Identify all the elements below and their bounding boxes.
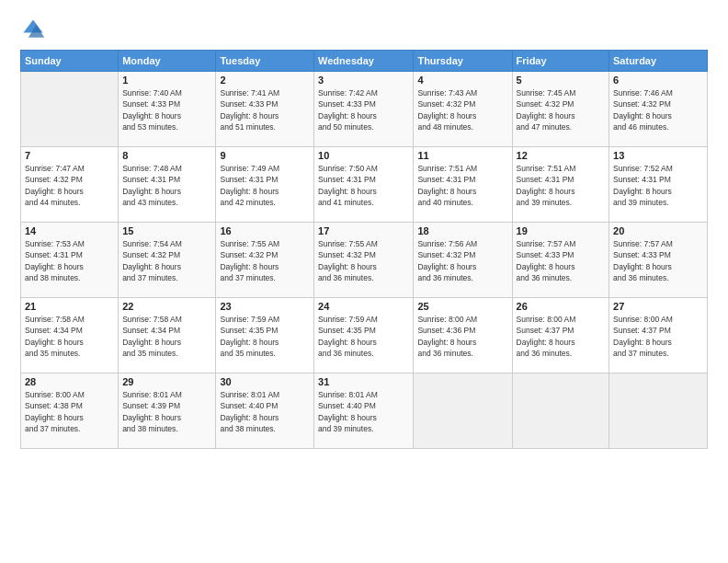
day-number: 11 bbox=[417, 150, 507, 161]
day-info: Sunrise: 7:48 AMSunset: 4:31 PMDaylight:… bbox=[122, 163, 211, 208]
weekday-header-thursday: Thursday bbox=[414, 51, 512, 72]
calendar-cell: 7Sunrise: 7:47 AMSunset: 4:32 PMDaylight… bbox=[21, 147, 119, 223]
weekday-header-tuesday: Tuesday bbox=[216, 51, 314, 72]
day-info: Sunrise: 7:57 AMSunset: 4:33 PMDaylight:… bbox=[517, 238, 605, 283]
calendar-cell bbox=[414, 373, 512, 449]
day-number: 15 bbox=[122, 225, 211, 236]
day-number: 26 bbox=[517, 301, 605, 312]
calendar-cell: 30Sunrise: 8:01 AMSunset: 4:40 PMDayligh… bbox=[216, 373, 314, 449]
day-number: 29 bbox=[122, 376, 211, 387]
day-number: 24 bbox=[318, 301, 409, 312]
weekday-header-row: SundayMondayTuesdayWednesdayThursdayFrid… bbox=[21, 51, 708, 72]
day-info: Sunrise: 7:42 AMSunset: 4:33 PMDaylight:… bbox=[318, 87, 409, 132]
day-number: 14 bbox=[25, 225, 114, 236]
day-info: Sunrise: 8:00 AMSunset: 4:38 PMDaylight:… bbox=[25, 389, 114, 434]
day-number: 12 bbox=[517, 150, 605, 161]
day-number: 6 bbox=[613, 75, 703, 86]
calendar-week-row: 14Sunrise: 7:53 AMSunset: 4:31 PMDayligh… bbox=[21, 223, 708, 298]
day-number: 4 bbox=[417, 75, 507, 86]
day-number: 19 bbox=[517, 225, 605, 236]
day-number: 31 bbox=[318, 376, 409, 387]
weekday-header-monday: Monday bbox=[119, 51, 216, 72]
day-info: Sunrise: 8:01 AMSunset: 4:40 PMDaylight:… bbox=[220, 389, 310, 434]
day-info: Sunrise: 7:59 AMSunset: 4:35 PMDaylight:… bbox=[318, 314, 409, 359]
day-number: 20 bbox=[613, 225, 703, 236]
calendar-cell: 2Sunrise: 7:41 AMSunset: 4:33 PMDaylight… bbox=[216, 72, 314, 147]
calendar-cell: 14Sunrise: 7:53 AMSunset: 4:31 PMDayligh… bbox=[21, 223, 119, 298]
day-number: 8 bbox=[122, 150, 211, 161]
day-info: Sunrise: 7:50 AMSunset: 4:31 PMDaylight:… bbox=[318, 163, 409, 208]
logo bbox=[20, 17, 50, 42]
calendar-cell: 1Sunrise: 7:40 AMSunset: 4:33 PMDaylight… bbox=[119, 72, 216, 147]
day-number: 28 bbox=[25, 376, 114, 387]
calendar-cell: 15Sunrise: 7:54 AMSunset: 4:32 PMDayligh… bbox=[119, 223, 216, 298]
calendar-cell: 19Sunrise: 7:57 AMSunset: 4:33 PMDayligh… bbox=[512, 223, 609, 298]
calendar-week-row: 21Sunrise: 7:58 AMSunset: 4:34 PMDayligh… bbox=[21, 298, 708, 373]
calendar-cell: 6Sunrise: 7:46 AMSunset: 4:32 PMDaylight… bbox=[609, 72, 708, 147]
day-info: Sunrise: 7:47 AMSunset: 4:32 PMDaylight:… bbox=[25, 163, 114, 208]
day-number: 10 bbox=[318, 150, 409, 161]
day-number: 30 bbox=[220, 376, 310, 387]
calendar-cell: 16Sunrise: 7:55 AMSunset: 4:32 PMDayligh… bbox=[216, 223, 314, 298]
day-number: 27 bbox=[613, 301, 703, 312]
day-info: Sunrise: 7:56 AMSunset: 4:32 PMDaylight:… bbox=[417, 238, 507, 283]
calendar-cell: 10Sunrise: 7:50 AMSunset: 4:31 PMDayligh… bbox=[314, 147, 414, 223]
day-info: Sunrise: 8:00 AMSunset: 4:37 PMDaylight:… bbox=[613, 314, 703, 359]
day-number: 23 bbox=[220, 301, 310, 312]
calendar-cell: 26Sunrise: 8:00 AMSunset: 4:37 PMDayligh… bbox=[512, 298, 609, 373]
day-info: Sunrise: 7:52 AMSunset: 4:31 PMDaylight:… bbox=[613, 163, 703, 208]
calendar-cell bbox=[609, 373, 708, 449]
calendar-cell: 8Sunrise: 7:48 AMSunset: 4:31 PMDaylight… bbox=[119, 147, 216, 223]
calendar-cell: 9Sunrise: 7:49 AMSunset: 4:31 PMDaylight… bbox=[216, 147, 314, 223]
calendar-cell: 13Sunrise: 7:52 AMSunset: 4:31 PMDayligh… bbox=[609, 147, 708, 223]
calendar-cell: 23Sunrise: 7:59 AMSunset: 4:35 PMDayligh… bbox=[216, 298, 314, 373]
day-info: Sunrise: 7:55 AMSunset: 4:32 PMDaylight:… bbox=[220, 238, 310, 283]
calendar-body: 1Sunrise: 7:40 AMSunset: 4:33 PMDaylight… bbox=[21, 72, 708, 449]
day-info: Sunrise: 7:41 AMSunset: 4:33 PMDaylight:… bbox=[220, 87, 310, 132]
calendar-cell: 24Sunrise: 7:59 AMSunset: 4:35 PMDayligh… bbox=[314, 298, 414, 373]
day-number: 17 bbox=[318, 225, 409, 236]
calendar-cell: 3Sunrise: 7:42 AMSunset: 4:33 PMDaylight… bbox=[314, 72, 414, 147]
weekday-header-saturday: Saturday bbox=[609, 51, 708, 72]
calendar-cell bbox=[512, 373, 609, 449]
day-number: 9 bbox=[220, 150, 310, 161]
day-number: 3 bbox=[318, 75, 409, 86]
day-number: 22 bbox=[122, 301, 211, 312]
calendar-week-row: 1Sunrise: 7:40 AMSunset: 4:33 PMDaylight… bbox=[21, 72, 708, 147]
calendar-cell: 31Sunrise: 8:01 AMSunset: 4:40 PMDayligh… bbox=[314, 373, 414, 449]
calendar-cell: 17Sunrise: 7:55 AMSunset: 4:32 PMDayligh… bbox=[314, 223, 414, 298]
day-number: 16 bbox=[220, 225, 310, 236]
day-number: 21 bbox=[25, 301, 114, 312]
header bbox=[20, 17, 708, 42]
day-info: Sunrise: 8:01 AMSunset: 4:39 PMDaylight:… bbox=[122, 389, 211, 434]
weekday-header-wednesday: Wednesday bbox=[314, 51, 414, 72]
calendar-cell: 20Sunrise: 7:57 AMSunset: 4:33 PMDayligh… bbox=[609, 223, 708, 298]
calendar-table: SundayMondayTuesdayWednesdayThursdayFrid… bbox=[20, 50, 708, 449]
day-number: 1 bbox=[122, 75, 211, 86]
day-number: 25 bbox=[417, 301, 507, 312]
day-number: 18 bbox=[417, 225, 507, 236]
day-info: Sunrise: 7:40 AMSunset: 4:33 PMDaylight:… bbox=[122, 87, 211, 132]
calendar-week-row: 7Sunrise: 7:47 AMSunset: 4:32 PMDaylight… bbox=[21, 147, 708, 223]
calendar-cell: 28Sunrise: 8:00 AMSunset: 4:38 PMDayligh… bbox=[21, 373, 119, 449]
page: SundayMondayTuesdayWednesdayThursdayFrid… bbox=[0, 0, 728, 563]
calendar-cell: 18Sunrise: 7:56 AMSunset: 4:32 PMDayligh… bbox=[414, 223, 512, 298]
day-info: Sunrise: 7:58 AMSunset: 4:34 PMDaylight:… bbox=[25, 314, 114, 359]
day-info: Sunrise: 8:00 AMSunset: 4:36 PMDaylight:… bbox=[417, 314, 507, 359]
day-info: Sunrise: 7:51 AMSunset: 4:31 PMDaylight:… bbox=[517, 163, 605, 208]
day-number: 2 bbox=[220, 75, 310, 86]
day-info: Sunrise: 7:51 AMSunset: 4:31 PMDaylight:… bbox=[417, 163, 507, 208]
calendar-cell: 11Sunrise: 7:51 AMSunset: 4:31 PMDayligh… bbox=[414, 147, 512, 223]
calendar-header: SundayMondayTuesdayWednesdayThursdayFrid… bbox=[21, 51, 708, 72]
day-info: Sunrise: 7:59 AMSunset: 4:35 PMDaylight:… bbox=[220, 314, 310, 359]
calendar-cell: 27Sunrise: 8:00 AMSunset: 4:37 PMDayligh… bbox=[609, 298, 708, 373]
calendar-cell: 5Sunrise: 7:45 AMSunset: 4:32 PMDaylight… bbox=[512, 72, 609, 147]
day-info: Sunrise: 7:55 AMSunset: 4:32 PMDaylight:… bbox=[318, 238, 409, 283]
calendar-cell: 25Sunrise: 8:00 AMSunset: 4:36 PMDayligh… bbox=[414, 298, 512, 373]
calendar-week-row: 28Sunrise: 8:00 AMSunset: 4:38 PMDayligh… bbox=[21, 373, 708, 449]
day-info: Sunrise: 8:00 AMSunset: 4:37 PMDaylight:… bbox=[517, 314, 605, 359]
logo-icon bbox=[20, 17, 46, 42]
day-info: Sunrise: 7:54 AMSunset: 4:32 PMDaylight:… bbox=[122, 238, 211, 283]
calendar-cell: 21Sunrise: 7:58 AMSunset: 4:34 PMDayligh… bbox=[21, 298, 119, 373]
calendar-cell: 22Sunrise: 7:58 AMSunset: 4:34 PMDayligh… bbox=[119, 298, 216, 373]
